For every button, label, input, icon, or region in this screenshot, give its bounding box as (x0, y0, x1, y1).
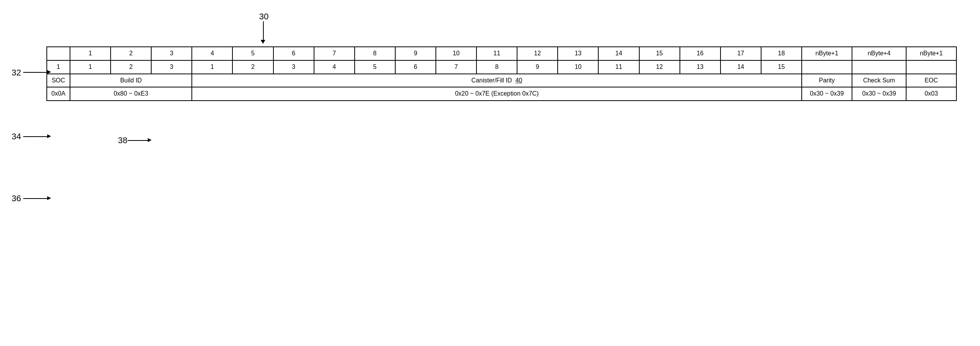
ref-32-line (23, 72, 48, 73)
ref-32-arrowhead (47, 70, 51, 74)
num-4: 4 (192, 47, 232, 60)
ref-30-label: 30 (259, 12, 268, 22)
num-2: 2 (111, 47, 151, 60)
ref-38-arrowhead (148, 138, 152, 142)
num-12: 12 (517, 47, 558, 60)
ref-38-line (128, 140, 149, 141)
row-1-numbers: 1 2 3 4 5 6 7 8 9 10 11 12 13 14 15 16 1… (47, 47, 956, 60)
value-build-id: 0x80 ~ 0xE3 (70, 87, 192, 101)
sub-17: 14 (720, 60, 761, 74)
sub-15: 12 (639, 60, 680, 74)
label-soc: SOC (47, 74, 70, 87)
label-parity: Parity (802, 74, 852, 87)
num-1: 1 (70, 47, 111, 60)
nbyte-col1-val (802, 60, 852, 74)
nbyte-col2: nByte+4 (852, 47, 906, 60)
ref-34: 34 (12, 132, 21, 142)
num-11: 11 (476, 47, 517, 60)
label-row: SOC Build ID Canister/Fill ID 40 Parity … (47, 74, 956, 87)
num-18: 18 (761, 47, 802, 60)
sub-13: 10 (558, 60, 598, 74)
num-7: 7 (314, 47, 355, 60)
ref-36: 36 (12, 194, 21, 204)
ref-36-line (23, 198, 48, 199)
num-13: 13 (558, 47, 598, 60)
num-6: 6 (273, 47, 314, 60)
sub-14: 11 (598, 60, 639, 74)
row1-empty (47, 47, 70, 60)
ref-34-line (23, 136, 48, 137)
sub-6: 3 (273, 60, 314, 74)
sub-4: 1 (192, 60, 232, 74)
ref-32: 32 (12, 68, 21, 78)
ref-30-arrow (263, 21, 264, 41)
label-build-id: Build ID (70, 74, 192, 87)
ref-30-arrowhead (261, 40, 265, 44)
label-eoc: EOC (906, 74, 956, 87)
num-10: 10 (436, 47, 476, 60)
value-checksum: 0x30 ~ 0x39 (852, 87, 906, 101)
sub-16: 13 (680, 60, 720, 74)
row-2-subnumbers: 1 1 2 3 1 2 3 4 5 6 7 8 9 10 11 12 13 14… (47, 60, 956, 74)
num-8: 8 (355, 47, 395, 60)
main-diagram-table: 1 2 3 4 5 6 7 8 9 10 11 12 13 14 15 16 1… (46, 46, 957, 101)
nbyte-col3-val (906, 60, 956, 74)
nbyte-col2-val (852, 60, 906, 74)
num-17: 17 (720, 47, 761, 60)
num-3: 3 (151, 47, 192, 60)
num-15: 15 (639, 47, 680, 60)
value-row: 0x0A 0x80 ~ 0xE3 0x20 ~ 0x7E (Exception … (47, 87, 956, 101)
sub-9: 6 (395, 60, 436, 74)
ref-36-arrowhead (47, 196, 51, 200)
ref-34-arrowhead (47, 134, 51, 138)
nbyte-col3: nByte+1 (906, 47, 956, 60)
sub-10: 7 (436, 60, 476, 74)
value-eoc: 0x03 (906, 87, 956, 101)
sub-12: 9 (517, 60, 558, 74)
sub-11: 8 (476, 60, 517, 74)
value-soc: 0x0A (47, 87, 70, 101)
label-canister-fill-id: Canister/Fill ID 40 (192, 74, 802, 87)
sub-8: 5 (355, 60, 395, 74)
sub-18: 15 (761, 60, 802, 74)
sub-7: 4 (314, 60, 355, 74)
ref-38: 38 (118, 135, 127, 146)
value-parity: 0x30 ~ 0x39 (802, 87, 852, 101)
num-5: 5 (232, 47, 273, 60)
sub-3: 3 (151, 60, 192, 74)
value-canister-fill-id: 0x20 ~ 0x7E (Exception 0x7C) (192, 87, 802, 101)
sub-2: 2 (111, 60, 151, 74)
num-14: 14 (598, 47, 639, 60)
sub-5: 2 (232, 60, 273, 74)
num-16: 16 (680, 47, 720, 60)
num-9: 9 (395, 47, 436, 60)
sub-1: 1 (70, 60, 111, 74)
label-checksum: Check Sum (852, 74, 906, 87)
canister-label-ref-40: 40 (516, 77, 522, 84)
nbyte-col1: nByte+1 (802, 47, 852, 60)
